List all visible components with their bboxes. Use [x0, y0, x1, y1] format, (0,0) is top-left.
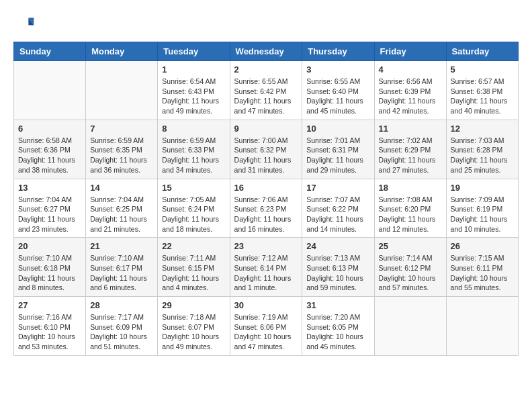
day-info: Sunrise: 7:12 AM Sunset: 6:14 PM Dayligh…: [234, 253, 298, 293]
day-header-wednesday: Wednesday: [230, 42, 302, 61]
calendar-cell: 6Sunrise: 6:58 AM Sunset: 6:36 PM Daylig…: [14, 120, 86, 179]
day-header-friday: Friday: [374, 42, 446, 61]
day-number: 4: [379, 64, 442, 75]
day-info: Sunrise: 7:11 AM Sunset: 6:15 PM Dayligh…: [162, 253, 225, 293]
day-number: 6: [18, 124, 81, 134]
day-info: Sunrise: 7:09 AM Sunset: 6:19 PM Dayligh…: [451, 195, 514, 234]
calendar-cell: [374, 297, 446, 356]
page-header: [13, 13, 519, 35]
calendar-cell: 22Sunrise: 7:11 AM Sunset: 6:15 PM Dayli…: [158, 238, 230, 297]
day-number: 14: [90, 183, 153, 193]
logo: [13, 13, 38, 35]
calendar-week-row: 1Sunrise: 6:54 AM Sunset: 6:43 PM Daylig…: [14, 61, 519, 120]
day-number: 16: [234, 183, 298, 193]
day-header-sunday: Sunday: [14, 42, 86, 61]
day-info: Sunrise: 7:03 AM Sunset: 6:28 PM Dayligh…: [451, 136, 514, 175]
day-number: 15: [162, 183, 225, 193]
day-info: Sunrise: 7:00 AM Sunset: 6:32 PM Dayligh…: [234, 136, 298, 175]
day-info: Sunrise: 7:17 AM Sunset: 6:09 PM Dayligh…: [90, 312, 153, 352]
calendar-header-row: SundayMondayTuesdayWednesdayThursdayFrid…: [14, 42, 519, 61]
day-number: 8: [162, 124, 225, 134]
calendar-cell: 12Sunrise: 7:03 AM Sunset: 6:28 PM Dayli…: [446, 120, 518, 179]
day-number: 21: [90, 241, 153, 251]
day-number: 20: [18, 241, 81, 251]
day-info: Sunrise: 7:05 AM Sunset: 6:24 PM Dayligh…: [162, 195, 225, 234]
calendar-cell: 19Sunrise: 7:09 AM Sunset: 6:19 PM Dayli…: [446, 179, 518, 238]
day-number: 9: [234, 124, 298, 134]
calendar-cell: 16Sunrise: 7:06 AM Sunset: 6:23 PM Dayli…: [230, 179, 302, 238]
calendar-cell: 25Sunrise: 7:14 AM Sunset: 6:12 PM Dayli…: [374, 238, 446, 297]
day-info: Sunrise: 6:59 AM Sunset: 6:33 PM Dayligh…: [162, 136, 225, 175]
calendar-week-row: 27Sunrise: 7:16 AM Sunset: 6:10 PM Dayli…: [14, 297, 519, 356]
calendar-cell: 2Sunrise: 6:55 AM Sunset: 6:42 PM Daylig…: [230, 61, 302, 120]
calendar-cell: 29Sunrise: 7:18 AM Sunset: 6:07 PM Dayli…: [158, 297, 230, 356]
calendar-cell: 28Sunrise: 7:17 AM Sunset: 6:09 PM Dayli…: [86, 297, 158, 356]
calendar-cell: 3Sunrise: 6:55 AM Sunset: 6:40 PM Daylig…: [302, 61, 374, 120]
day-number: 17: [306, 183, 369, 193]
day-number: 18: [379, 183, 442, 193]
day-number: 10: [306, 124, 369, 134]
day-info: Sunrise: 7:16 AM Sunset: 6:10 PM Dayligh…: [18, 312, 81, 352]
calendar-cell: 18Sunrise: 7:08 AM Sunset: 6:20 PM Dayli…: [374, 179, 446, 238]
day-number: 5: [451, 64, 514, 75]
calendar-cell: 7Sunrise: 6:59 AM Sunset: 6:35 PM Daylig…: [86, 120, 158, 179]
calendar-cell: 23Sunrise: 7:12 AM Sunset: 6:14 PM Dayli…: [230, 238, 302, 297]
calendar-cell: 13Sunrise: 7:04 AM Sunset: 6:27 PM Dayli…: [14, 179, 86, 238]
calendar-cell: [86, 61, 158, 120]
day-header-thursday: Thursday: [302, 42, 374, 61]
day-info: Sunrise: 7:02 AM Sunset: 6:29 PM Dayligh…: [379, 136, 442, 175]
day-number: 11: [379, 124, 442, 134]
calendar-cell: 27Sunrise: 7:16 AM Sunset: 6:10 PM Dayli…: [14, 297, 86, 356]
day-info: Sunrise: 7:08 AM Sunset: 6:20 PM Dayligh…: [379, 195, 442, 234]
day-info: Sunrise: 7:14 AM Sunset: 6:12 PM Dayligh…: [379, 253, 442, 293]
day-info: Sunrise: 7:10 AM Sunset: 6:17 PM Dayligh…: [90, 253, 153, 293]
day-number: 7: [90, 124, 153, 134]
day-number: 23: [234, 241, 298, 251]
calendar-cell: 14Sunrise: 7:04 AM Sunset: 6:25 PM Dayli…: [86, 179, 158, 238]
day-number: 13: [18, 183, 81, 193]
calendar-week-row: 13Sunrise: 7:04 AM Sunset: 6:27 PM Dayli…: [14, 179, 519, 238]
day-header-monday: Monday: [86, 42, 158, 61]
day-info: Sunrise: 7:06 AM Sunset: 6:23 PM Dayligh…: [234, 195, 298, 234]
day-info: Sunrise: 7:10 AM Sunset: 6:18 PM Dayligh…: [18, 253, 81, 293]
day-info: Sunrise: 7:04 AM Sunset: 6:27 PM Dayligh…: [18, 195, 81, 234]
day-number: 25: [379, 241, 442, 251]
day-info: Sunrise: 6:58 AM Sunset: 6:36 PM Dayligh…: [18, 136, 81, 175]
calendar-cell: 21Sunrise: 7:10 AM Sunset: 6:17 PM Dayli…: [86, 238, 158, 297]
calendar-cell: 17Sunrise: 7:07 AM Sunset: 6:22 PM Dayli…: [302, 179, 374, 238]
calendar-cell: 20Sunrise: 7:10 AM Sunset: 6:18 PM Dayli…: [14, 238, 86, 297]
calendar-cell: 26Sunrise: 7:15 AM Sunset: 6:11 PM Dayli…: [446, 238, 518, 297]
day-number: 24: [306, 241, 369, 251]
day-number: 19: [451, 183, 514, 193]
logo-icon: [13, 13, 35, 35]
calendar-cell: [446, 297, 518, 356]
day-number: 27: [18, 300, 81, 310]
day-number: 1: [162, 64, 225, 75]
calendar-week-row: 20Sunrise: 7:10 AM Sunset: 6:18 PM Dayli…: [14, 238, 519, 297]
calendar-cell: 9Sunrise: 7:00 AM Sunset: 6:32 PM Daylig…: [230, 120, 302, 179]
day-header-tuesday: Tuesday: [158, 42, 230, 61]
calendar-cell: 24Sunrise: 7:13 AM Sunset: 6:13 PM Dayli…: [302, 238, 374, 297]
day-number: 30: [234, 300, 298, 310]
day-info: Sunrise: 7:20 AM Sunset: 6:05 PM Dayligh…: [306, 312, 369, 352]
calendar-cell: 11Sunrise: 7:02 AM Sunset: 6:29 PM Dayli…: [374, 120, 446, 179]
day-info: Sunrise: 6:59 AM Sunset: 6:35 PM Dayligh…: [90, 136, 153, 175]
calendar-cell: 15Sunrise: 7:05 AM Sunset: 6:24 PM Dayli…: [158, 179, 230, 238]
day-info: Sunrise: 7:19 AM Sunset: 6:06 PM Dayligh…: [234, 312, 298, 352]
calendar-cell: 5Sunrise: 6:57 AM Sunset: 6:38 PM Daylig…: [446, 61, 518, 120]
day-header-saturday: Saturday: [446, 42, 518, 61]
day-number: 2: [234, 64, 298, 75]
calendar-cell: 31Sunrise: 7:20 AM Sunset: 6:05 PM Dayli…: [302, 297, 374, 356]
day-number: 3: [306, 64, 369, 75]
day-number: 29: [162, 300, 225, 310]
calendar-cell: 1Sunrise: 6:54 AM Sunset: 6:43 PM Daylig…: [158, 61, 230, 120]
day-info: Sunrise: 7:15 AM Sunset: 6:11 PM Dayligh…: [451, 253, 514, 293]
calendar-cell: 8Sunrise: 6:59 AM Sunset: 6:33 PM Daylig…: [158, 120, 230, 179]
day-info: Sunrise: 7:04 AM Sunset: 6:25 PM Dayligh…: [90, 195, 153, 234]
day-info: Sunrise: 6:57 AM Sunset: 6:38 PM Dayligh…: [451, 77, 514, 116]
calendar-cell: 30Sunrise: 7:19 AM Sunset: 6:06 PM Dayli…: [230, 297, 302, 356]
calendar-cell: 10Sunrise: 7:01 AM Sunset: 6:31 PM Dayli…: [302, 120, 374, 179]
day-info: Sunrise: 6:56 AM Sunset: 6:39 PM Dayligh…: [379, 77, 442, 116]
day-info: Sunrise: 7:07 AM Sunset: 6:22 PM Dayligh…: [306, 195, 369, 234]
day-number: 26: [451, 241, 514, 251]
